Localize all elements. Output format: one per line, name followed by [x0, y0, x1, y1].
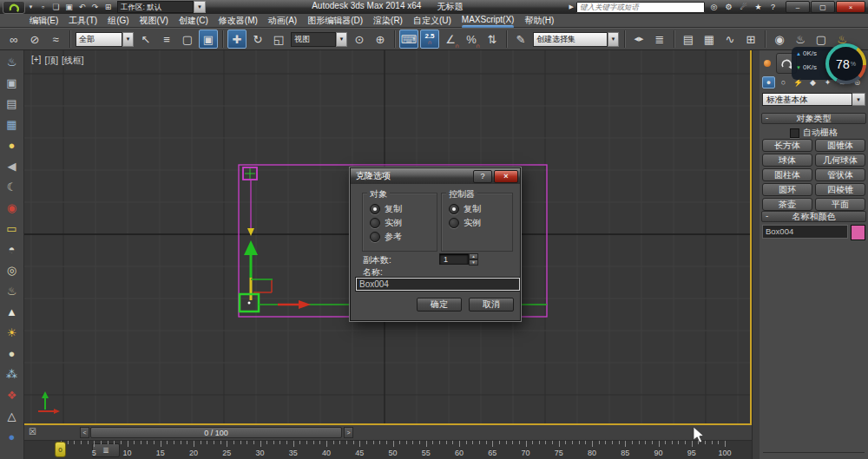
percent-ball[interactable]: 78 % [825, 43, 866, 84]
light-bulb-icon[interactable]: ● [2, 135, 23, 154]
rectangular-selection-region-icon[interactable]: ▢ [178, 30, 197, 49]
collapse-icon[interactable]: - [766, 113, 768, 122]
selection-filter-dropdown[interactable]: 全部▼ [76, 32, 134, 47]
sun-icon[interactable]: ☀ [2, 323, 23, 342]
percent-snap-icon[interactable]: %∩ [462, 30, 481, 49]
radio-icon[interactable] [370, 204, 380, 214]
dialog-help-button[interactable]: ? [473, 170, 492, 183]
time-slider[interactable]: 0 / 100 [90, 427, 342, 438]
dome-icon[interactable]: ◓ [2, 239, 23, 259]
table-panel-icon[interactable]: ▦ [2, 115, 23, 134]
viewport-menu-shading[interactable]: [线框] [62, 55, 84, 67]
clone-name-input[interactable] [356, 278, 520, 291]
object-copy-radio[interactable]: 参考 [370, 230, 437, 243]
previous-frame-button[interactable]: < [80, 427, 89, 438]
search-binoculars-icon[interactable]: ◎ [707, 2, 720, 12]
primitive-type-dropdown[interactable]: 标准基本体 ▼ [762, 93, 865, 106]
pyramid-gizmo-icon[interactable]: △ [2, 406, 23, 425]
object-type-button[interactable]: 圆柱体 [762, 168, 812, 181]
wire-teapot-icon[interactable]: ♨ [2, 281, 23, 300]
help-icon[interactable]: ? [766, 2, 779, 12]
selection-lock-icon[interactable]: ☒ [29, 427, 36, 436]
object-type-rollout[interactable]: - 对象类型 [761, 113, 866, 124]
spinner-snap-icon[interactable]: ⇅ [483, 30, 502, 49]
menu-item[interactable]: MAXScript(X) [457, 14, 520, 29]
select-and-link-icon[interactable]: ∞ [4, 30, 23, 49]
track-bar[interactable]: 0 ≣ 510152025303540455055606570758085909… [24, 441, 752, 459]
object-type-button[interactable]: 长方体 [762, 139, 812, 152]
cancel-button[interactable]: 取消 [469, 298, 514, 311]
maximize-button[interactable]: ▢ [811, 1, 835, 13]
controller-copy-radio[interactable]: 复制 [449, 202, 512, 215]
select-and-rotate-icon[interactable]: ↻ [248, 30, 267, 49]
chevron-down-icon[interactable]: ▼ [194, 1, 206, 13]
robot-icon[interactable]: ◉ [2, 198, 23, 217]
transform-gizmo[interactable] [244, 228, 273, 300]
material-editor-icon[interactable]: ◉ [770, 30, 789, 49]
projector-icon[interactable]: ◀ [2, 156, 23, 175]
molecule-icon[interactable]: ❖ [2, 385, 23, 404]
autogrid-checkbox[interactable] [790, 128, 799, 138]
angle-snap-icon[interactable]: ∠∩ [441, 30, 460, 49]
globe-icon[interactable]: ● [2, 427, 23, 446]
logo-flyout-icon[interactable]: ▼ [28, 2, 34, 12]
object-type-button[interactable]: 圆环 [762, 183, 812, 196]
schematic-view-icon[interactable]: ⊞ [741, 30, 760, 49]
cone-icon[interactable]: ▲ [2, 302, 23, 321]
window-crossing-toggle-icon[interactable]: ▣ [199, 30, 218, 49]
object-name-field[interactable]: Box004 [762, 225, 848, 239]
object-type-button[interactable]: 圆锥体 [815, 139, 865, 152]
rain-particles-icon[interactable]: ⁂ [2, 364, 23, 384]
ring-icon[interactable]: ◎ [2, 260, 23, 279]
use-pivot-point-icon[interactable]: ⊙ [350, 30, 369, 49]
object-type-button[interactable]: 平面 [815, 198, 865, 211]
bind-to-space-warp-icon[interactable]: ≈ [46, 30, 65, 49]
select-and-scale-icon[interactable]: ◱ [269, 30, 288, 49]
object-copy-radio[interactable]: 实例 [370, 216, 437, 229]
monitor-icon[interactable]: ▣ [2, 73, 23, 92]
object-type-button[interactable]: 几何球体 [815, 154, 865, 167]
select-by-name-icon[interactable]: ≡ [157, 30, 176, 49]
object-type-button[interactable]: 管状体 [815, 168, 865, 181]
graphite-ribbon-icon[interactable]: ▦ [700, 30, 719, 49]
minimize-button[interactable]: – [786, 1, 810, 13]
snaps-toggle-icon[interactable]: 2.5∩ [420, 30, 439, 49]
collapse-icon[interactable]: - [766, 211, 768, 220]
manage-layers-icon[interactable]: ▤ [679, 30, 698, 49]
communication-center-icon[interactable]: ☄ [737, 2, 750, 12]
open-file-icon[interactable]: ❏ [49, 2, 62, 12]
select-object-icon[interactable]: ↖ [136, 30, 155, 49]
sphere-icon[interactable]: ● [2, 344, 23, 363]
panel-divider[interactable] [752, 50, 760, 459]
object-type-button[interactable]: 四棱锥 [815, 183, 865, 196]
copies-value[interactable]: 1 [439, 253, 469, 265]
object-type-button[interactable]: 球体 [762, 154, 812, 167]
render-teapot-icon[interactable]: ♨ [2, 52, 23, 71]
mirror-icon[interactable]: ◀▶ [629, 30, 648, 49]
curve-editor-icon[interactable]: ∿ [720, 30, 740, 49]
save-file-icon[interactable]: ▣ [62, 2, 76, 12]
next-frame-button[interactable]: > [344, 427, 353, 438]
search-flyout-icon[interactable]: ▶ [569, 3, 574, 10]
name-color-rollout[interactable]: - 名称和颜色 [761, 211, 866, 222]
radio-icon[interactable] [370, 232, 380, 242]
frame-icon[interactable]: ▭ [2, 219, 23, 238]
clone-options-dialog[interactable]: 克隆选项 ? × 对象 复制实例参考 控制器 复制实例 副本数: 1 ▲ ▼ 名… [350, 167, 521, 321]
favorites-star-icon[interactable]: ★ [752, 2, 765, 12]
align-icon[interactable]: ≣ [650, 30, 669, 49]
workspace-dropdown[interactable]: 工作区: 默认 ▼ [117, 2, 206, 12]
create-shapes-icon[interactable]: ○ [777, 76, 790, 89]
moon-icon[interactable]: ☾ [2, 177, 23, 196]
named-selection-sets-dropdown[interactable]: 创建选择集▼ [533, 32, 619, 47]
copies-spinner[interactable]: 1 ▲ ▼ [439, 253, 478, 265]
list-panel-icon[interactable]: ▤ [2, 94, 23, 113]
unlink-selection-icon[interactable]: ⊘ [25, 30, 44, 49]
select-and-manipulate-icon[interactable]: ⊕ [371, 30, 390, 49]
radio-icon[interactable] [449, 204, 459, 214]
mini-curve-editor-button[interactable]: ≣ [92, 443, 120, 457]
keyboard-override-toggle-icon[interactable]: ⌨ [399, 30, 418, 49]
close-button[interactable]: × [836, 1, 865, 13]
search-input[interactable] [576, 2, 705, 13]
chevron-down-icon[interactable]: ▼ [852, 93, 865, 106]
viewport-menu-view[interactable]: [顶] [44, 55, 58, 67]
